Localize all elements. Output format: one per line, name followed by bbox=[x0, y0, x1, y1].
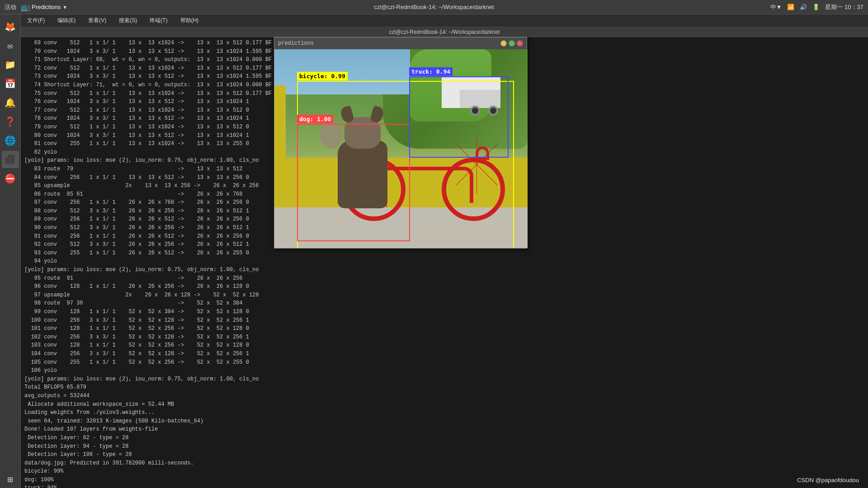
term-line: 106 yolo bbox=[24, 366, 864, 375]
bike-frame-top bbox=[374, 167, 473, 203]
term-line: Allocate additional workspace_size = 52.… bbox=[24, 400, 864, 409]
wifi-icon: 📶 bbox=[787, 4, 794, 10]
sidebar-icon-firefox[interactable]: 🦊 bbox=[2, 18, 19, 35]
app-title-arrow: ▼ bbox=[62, 5, 67, 10]
term-line: 94 yolo bbox=[24, 257, 864, 266]
term-line: 96 conv 128 1 x 1/ 1 26 x 26 x 256 -> 26… bbox=[24, 282, 864, 291]
dog-body bbox=[338, 141, 387, 208]
window-path: czl@czl-RedmiBook-14: ~/Workspace/darkne… bbox=[374, 4, 494, 10]
dog-fur-chest bbox=[320, 122, 342, 149]
close-button[interactable]: ✕ bbox=[517, 40, 523, 47]
term-line: Total BFLOPS 65.879 bbox=[24, 383, 864, 392]
activities-label[interactable]: 活动 bbox=[5, 3, 16, 11]
volume-icon: 🔊 bbox=[800, 4, 807, 10]
sidebar-icon-calendar[interactable]: 📅 bbox=[2, 75, 19, 92]
topbar-right: 中▼ 📶 🔊 🔋 星期一 10：37 bbox=[770, 3, 863, 11]
menu-edit[interactable]: 编辑(E) bbox=[55, 16, 78, 25]
term-line: Loading weights from ./yolov3.weights... bbox=[24, 408, 864, 417]
terminal-title: czl@czl-RedmiBook-14: ~/Workspace/darkne… bbox=[21, 27, 868, 37]
predictions-title-text: predictions bbox=[278, 40, 314, 47]
scene-background: bicycle: 0.99 dog: 1.00 truck: 0.94 bbox=[274, 49, 528, 248]
watermark-text: CSDN @papaofdoudou bbox=[797, 477, 859, 483]
predictions-titlebar[interactable]: predictions ✕ bbox=[274, 38, 527, 49]
app-title-area[interactable]: 📺 Predictions ▼ bbox=[21, 3, 67, 11]
term-line: [yolo] params: iou loss: mse (2), iou_no… bbox=[24, 375, 864, 384]
sidebar-icon-terminal[interactable]: ⬛ bbox=[2, 151, 19, 168]
term-line: data/dog.jpg: Predicted in 391.782000 mi… bbox=[24, 459, 864, 468]
datetime: 星期一 10：37 bbox=[825, 3, 863, 11]
term-line: seen 64, trained: 32013 K-images (500 Ki… bbox=[24, 417, 864, 426]
spoke-r3 bbox=[476, 135, 477, 194]
menu-terminal[interactable]: 终端(T) bbox=[147, 16, 170, 25]
term-line: 93 conv 255 1 x 1/ 1 26 x 26 x 512 -> 26… bbox=[24, 249, 864, 258]
menu-file[interactable]: 文件(F) bbox=[24, 16, 47, 25]
term-line: avg_outputs = 532444 bbox=[24, 392, 864, 400]
watermark: CSDN @papaofdoudou bbox=[797, 477, 859, 483]
app-title-text: Predictions bbox=[32, 4, 61, 10]
sidebar-icon-apps[interactable]: ⊞ bbox=[2, 471, 19, 488]
term-line: Detection layer: 82 - type = 28 bbox=[24, 434, 864, 442]
term-line: 102 conv 256 3 x 3/ 1 52 x 52 x 128 -> 5… bbox=[24, 333, 864, 342]
power-icon: 🔋 bbox=[812, 4, 820, 10]
topbar: 活动 📺 Predictions ▼ czl@czl-RedmiBook-14:… bbox=[0, 0, 868, 14]
predictions-window-controls: ✕ bbox=[500, 40, 523, 47]
sidebar: 🦊 ✉ 📁 📅 🔔 ❓ 🌐 ⬛ ⛔ ⊞ bbox=[0, 14, 21, 488]
topbar-center: czl@czl-RedmiBook-14: ~/Workspace/darkne… bbox=[374, 4, 494, 10]
sidebar-icon-help[interactable]: ❓ bbox=[2, 113, 19, 130]
sidebar-icon-email[interactable]: ✉ bbox=[2, 37, 19, 54]
predictions-window[interactable]: predictions ✕ bbox=[274, 37, 527, 249]
term-line: 104 conv 256 3 x 3/ 1 52 x 52 x 128 -> 5… bbox=[24, 350, 864, 358]
predictions-image: bicycle: 0.99 dog: 1.00 truck: 0.94 bbox=[274, 49, 528, 248]
term-line: 95 route 91 -> 26 x 26 x 256 bbox=[24, 274, 864, 283]
term-line: 101 conv 128 1 x 1/ 1 52 x 52 x 256 -> 5… bbox=[24, 324, 864, 333]
truck-wheel-r bbox=[488, 106, 498, 116]
term-line: 103 conv 128 1 x 1/ 1 52 x 52 x 256 -> 5… bbox=[24, 341, 864, 350]
menu-search[interactable]: 搜索(S) bbox=[116, 16, 140, 25]
dog-ear-l bbox=[340, 105, 354, 123]
sidebar-icon-notification[interactable]: 🔔 bbox=[2, 94, 19, 111]
term-line: 105 conv 255 1 x 1/ 1 52 x 52 x 256 -> 5… bbox=[24, 358, 864, 367]
minimize-button[interactable] bbox=[500, 40, 507, 47]
menu-view[interactable]: 查看(V) bbox=[85, 16, 109, 25]
term-line: Detection layer: 106 - type = 28 bbox=[24, 450, 864, 459]
input-method[interactable]: 中▼ bbox=[770, 3, 782, 11]
sidebar-icon-error[interactable]: ⛔ bbox=[2, 170, 19, 187]
content-area: 文件(F) 编辑(E) 查看(V) 搜索(S) 终端(T) 帮助(H) czl@… bbox=[21, 14, 868, 488]
sky-area bbox=[274, 49, 410, 94]
menu-help[interactable]: 帮助(H) bbox=[178, 16, 202, 25]
truck-cab bbox=[460, 90, 500, 108]
term-line: 97 upsample 2x 26 x 26 x 128 -> 52 x 52 … bbox=[24, 291, 864, 300]
term-line: Done! Loaded 107 layers from weights-fil… bbox=[24, 425, 864, 434]
truck-wheel-l bbox=[470, 106, 480, 116]
sidebar-icon-files[interactable]: 📁 bbox=[2, 56, 19, 73]
term-line: [yolo] params: iou loss: mse (2), iou_no… bbox=[24, 266, 864, 274]
sidebar-icon-chromium[interactable]: 🌐 bbox=[2, 132, 19, 149]
term-line: bicycle: 99% bbox=[24, 467, 864, 476]
term-line: 99 conv 128 1 x 1/ 1 52 x 52 x 384 -> 52… bbox=[24, 308, 864, 316]
handlebar bbox=[476, 146, 489, 160]
terminal-body[interactable]: 69 conv 512 1 x 1/ 1 13 x 13 x1024 -> 13… bbox=[21, 37, 868, 488]
menubar: 文件(F) 编辑(E) 查看(V) 搜索(S) 终端(T) 帮助(H) bbox=[21, 14, 868, 27]
term-line: 98 route 97 36 -> 52 x 52 x 384 bbox=[24, 299, 864, 308]
main-layout: 🦊 ✉ 📁 📅 🔔 ❓ 🌐 ⬛ ⛔ ⊞ 文件(F) 编辑(E) 查看(V) 搜索… bbox=[0, 14, 868, 488]
term-line: 100 conv 256 3 x 3/ 1 52 x 52 x 128 -> 5… bbox=[24, 316, 864, 325]
term-line: truck: 94% bbox=[24, 484, 864, 488]
maximize-button[interactable] bbox=[509, 40, 515, 47]
term-line: dog: 100% bbox=[24, 476, 864, 484]
term-line: Detection layer: 94 - type = 28 bbox=[24, 442, 864, 451]
terminal-title-text: czl@czl-RedmiBook-14: ~/Workspace/darkne… bbox=[389, 29, 500, 35]
topbar-left: 活动 📺 Predictions ▼ bbox=[5, 3, 67, 11]
